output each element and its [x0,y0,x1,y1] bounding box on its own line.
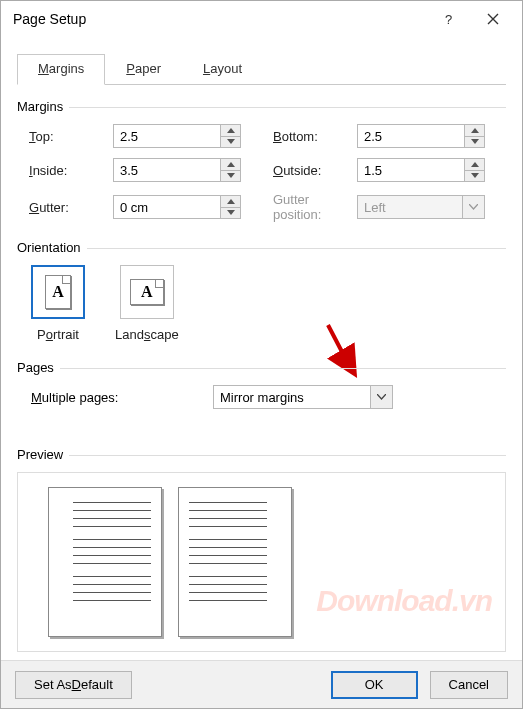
spin-down-icon[interactable] [221,207,241,220]
preview-area [17,472,506,652]
spin-up-icon[interactable] [221,124,241,136]
section-preview-label: Preview [17,447,69,462]
label-multiple-pages: Multiple pages: [31,390,201,405]
dropdown-gutter-position: Left [357,195,485,219]
spinner-gutter[interactable] [113,195,241,219]
preview-page-right [178,487,292,637]
close-button[interactable] [472,4,514,34]
input-top[interactable] [113,124,221,148]
preview-page-left [48,487,162,637]
multiple-pages-value: Mirror margins [213,385,371,409]
margins-grid: Top: Bottom: IInside:nside: Outside: Gut… [17,124,506,222]
spin-up-icon[interactable] [465,124,485,136]
chevron-down-icon[interactable] [371,385,393,409]
spin-up-icon[interactable] [465,158,485,170]
spin-down-icon[interactable] [465,170,485,183]
titlebar: Page Setup ? [1,1,522,37]
dialog-body: Margins Paper Layout Margins Top: Bottom… [1,37,522,698]
label-inside: IInside:nside: [29,163,109,178]
tab-margins[interactable]: Margins [17,54,105,85]
set-as-default-button[interactable]: Set As Default [15,671,132,699]
chevron-down-icon [463,195,485,219]
dropdown-multiple-pages[interactable]: Mirror margins [213,385,393,409]
tab-layout[interactable]: Layout [182,54,263,85]
page-icon: A [45,275,71,309]
label-bottom: Bottom: [273,129,353,144]
spinner-inside[interactable] [113,158,241,182]
orientation-landscape[interactable]: A [120,265,174,319]
input-gutter[interactable] [113,195,221,219]
label-top: Top: [29,129,109,144]
tab-paper[interactable]: Paper [105,54,182,85]
page-icon: A [130,279,164,305]
spin-up-icon[interactable] [221,195,241,207]
section-margins-label: Margins [17,99,69,114]
spin-down-icon[interactable] [465,136,485,149]
spinner-top[interactable] [113,124,241,148]
spin-down-icon[interactable] [221,136,241,149]
spinner-outside[interactable] [357,158,485,182]
spin-up-icon[interactable] [221,158,241,170]
tab-strip: Margins Paper Layout [17,53,506,85]
input-outside[interactable] [357,158,465,182]
label-gutter-position: Gutter position: [273,192,353,222]
help-button[interactable]: ? [430,4,472,34]
label-outside: Outside: [273,163,353,178]
cancel-button[interactable]: Cancel [430,671,508,699]
section-orientation-label: Orientation [17,240,87,255]
page-setup-dialog: Page Setup ? Margins Paper Layout Margin… [0,0,523,709]
orientation-portrait[interactable]: A [31,265,85,319]
gutter-position-value: Left [357,195,463,219]
dialog-title: Page Setup [13,11,430,27]
section-pages-label: Pages [17,360,60,375]
spinner-bottom[interactable] [357,124,485,148]
label-gutter: Gutter: [29,200,109,215]
orientation-group: A Portrait A Landscape [17,265,506,342]
spin-down-icon[interactable] [221,170,241,183]
orientation-landscape-label: Landscape [115,327,179,342]
orientation-portrait-label: Portrait [37,327,79,342]
dialog-footer: Set As Default OK Cancel [1,660,522,708]
ok-button[interactable]: OK [331,671,418,699]
input-inside[interactable] [113,158,221,182]
svg-text:?: ? [445,12,452,27]
input-bottom[interactable] [357,124,465,148]
